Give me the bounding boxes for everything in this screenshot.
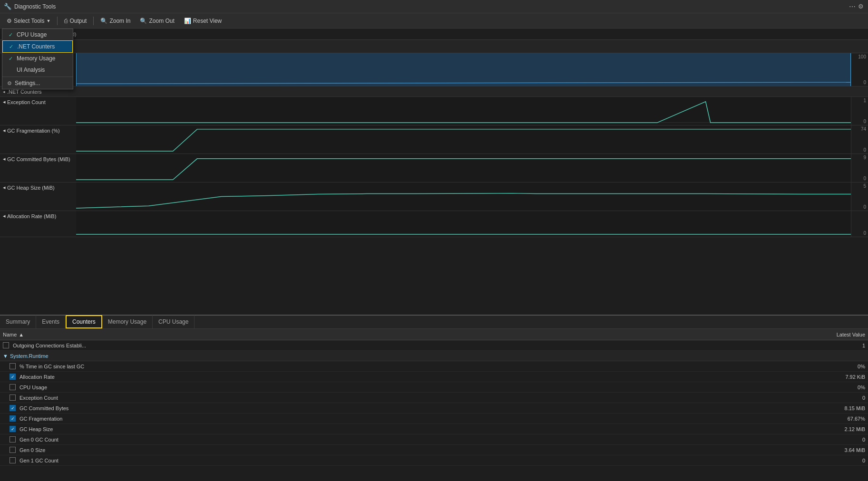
table-row-gc-committed-bytes[interactable]: GC Committed Bytes 8.15 MiB xyxy=(0,403,868,414)
table-row-exception-count[interactable]: Exception Count 0 xyxy=(0,393,868,403)
exception-count-section-title: ◂ Exception Count xyxy=(3,99,73,105)
outgoing-conn-checkbox[interactable] xyxy=(3,342,9,348)
gc-heap-size-row-label: GC Heap Size xyxy=(20,426,53,432)
gen0-gc-count-checkbox[interactable] xyxy=(10,436,16,443)
tab-cpu-usage[interactable]: CPU Usage xyxy=(153,315,195,328)
memory-y-max: 100 xyxy=(853,54,866,59)
allocation-rate-label: ◂ Allocation Rate (MiB) xyxy=(0,211,76,237)
cpu-usage-row-label: CPU Usage xyxy=(20,385,47,390)
gc-heap-size-row-value: 2.12 MiB xyxy=(811,426,868,432)
output-button[interactable]: ⎙ Output xyxy=(60,16,90,26)
tab-memory-usage[interactable]: Memory Usage xyxy=(102,315,153,328)
zoom-out-label: Zoom Out xyxy=(149,18,174,24)
title-bar-icon: 🔧 xyxy=(4,3,11,10)
system-runtime-group[interactable]: ▼ System.Runtime xyxy=(0,351,868,361)
allocation-rate-chart-row: ◂ Allocation Rate (MiB) 0 xyxy=(0,211,868,237)
table-row-gc-fragmentation[interactable]: GC Fragmentation 67.67% xyxy=(0,414,868,424)
session-bar: 39 minutes (1:39 min selected) xyxy=(0,29,868,40)
time-in-gc-value: 0% xyxy=(811,364,868,369)
name-column-header[interactable]: Name ▲ xyxy=(0,332,811,337)
gc-fragmentation-checkbox[interactable] xyxy=(10,415,16,422)
dropdown-item-memory-usage[interactable]: ✓ Memory Usage xyxy=(2,53,73,64)
memory-usage-check-icon: ✓ xyxy=(7,55,14,62)
time-in-gc-checkbox[interactable] xyxy=(10,363,16,369)
net-counters-section-header[interactable]: ◂ .NET Counters xyxy=(0,87,868,97)
exception-count-checkbox[interactable] xyxy=(10,394,16,401)
gc-heap-size-cell: GC Heap Size xyxy=(0,426,811,432)
exception-count-canvas[interactable] xyxy=(76,97,851,125)
cpu-usage-checkbox[interactable] xyxy=(10,384,16,390)
table-row-allocation-rate[interactable]: Allocation Rate 7.92 KiB xyxy=(0,372,868,382)
exception-count-row-label: Exception Count xyxy=(20,395,58,401)
zoom-in-button[interactable]: 🔍 Zoom In xyxy=(97,16,134,26)
dropdown-item-ui-analysis[interactable]: ✓ UI Analysis xyxy=(2,64,73,76)
allocation-rate-title: Allocation Rate (MiB) xyxy=(7,213,56,219)
table-row-outgoing-conn[interactable]: Outgoing Connections Establi... 1 xyxy=(0,340,868,351)
gear-icon: ⚙ xyxy=(7,18,12,24)
collapse-triangle-exception[interactable]: ◂ xyxy=(3,99,6,105)
dropdown-item-net-counters[interactable]: ✓ .NET Counters xyxy=(2,40,73,53)
toolbar-separator-2 xyxy=(93,17,94,25)
gen1-gc-count-checkbox[interactable] xyxy=(10,457,16,463)
dropdown-item-cpu-usage[interactable]: ✓ CPU Usage xyxy=(2,29,73,40)
gc-fragmentation-canvas[interactable] xyxy=(76,125,851,154)
time-in-gc-label: % Time in GC since last GC xyxy=(20,364,84,369)
net-counters-check-icon: ✓ xyxy=(8,43,14,50)
table-row-gen1-gc-count[interactable]: Gen 1 GC Count 0 xyxy=(0,455,868,466)
gc-heap-size-chart-row: ◂ GC Heap Size (MiB) 5 0 xyxy=(0,183,868,211)
net-counters-header-title: .NET Counters xyxy=(7,89,42,95)
collapse-triangle-gcheap[interactable]: ◂ xyxy=(3,184,6,191)
allocation-rate-canvas[interactable] xyxy=(76,211,851,237)
time-in-gc-cell: % Time in GC since last GC xyxy=(0,363,811,369)
gen0-gc-count-row-value: 0 xyxy=(811,437,868,443)
collapse-triangle-gccommit[interactable]: ◂ xyxy=(3,156,6,162)
outgoing-conn-value: 1 xyxy=(811,343,868,348)
bottom-panel: Summary Events Counters Memory Usage CPU… xyxy=(0,315,868,481)
gen1-gc-count-row-value: 0 xyxy=(811,458,868,463)
tab-counters[interactable]: Counters xyxy=(66,315,102,328)
allocation-rate-checkbox[interactable] xyxy=(10,374,16,380)
collapse-triangle-gcfrag[interactable]: ◂ xyxy=(3,127,6,134)
exception-count-label: ◂ Exception Count xyxy=(0,97,76,125)
gc-committed-bytes-canvas[interactable] xyxy=(76,154,851,182)
exception-count-cell: Exception Count xyxy=(0,394,811,401)
gc-fragmentation-cell: GC Fragmentation xyxy=(0,415,811,422)
memory-usage-canvas[interactable] xyxy=(76,53,851,86)
collapse-triangle-alloc[interactable]: ◂ xyxy=(3,213,6,219)
gen1-gc-count-row-label: Gen 1 GC Count xyxy=(20,458,59,463)
exception-count-svg xyxy=(76,97,851,125)
title-bar-title: Diagnostic Tools xyxy=(14,3,849,10)
table-row-gen0-gc-count[interactable]: Gen 0 GC Count 0 xyxy=(0,434,868,445)
collapse-triangle-net-counters: ◂ xyxy=(3,89,5,94)
counters-table: Name ▲ Latest Value Outgoing Connections… xyxy=(0,329,868,481)
tab-memory-usage-label: Memory Usage xyxy=(108,318,146,325)
gcfrag-y-min: 0 xyxy=(853,147,866,153)
zoom-out-button[interactable]: 🔍 Zoom Out xyxy=(136,16,178,26)
table-row-gc-heap-size[interactable]: GC Heap Size 2.12 MiB xyxy=(0,424,868,434)
table-row-cpu-usage[interactable]: CPU Usage 0% xyxy=(0,382,868,393)
gc-committed-bytes-svg xyxy=(76,154,851,182)
toolbar-separator-1 xyxy=(57,17,58,25)
dropdown-item-settings[interactable]: ⚙ Settings... xyxy=(2,77,73,89)
sort-asc-icon: ▲ xyxy=(19,332,24,337)
tab-summary[interactable]: Summary xyxy=(0,315,36,328)
exception-count-row-value: 0 xyxy=(811,395,868,401)
charts-area: 12.5s 25s 37.5s 50s 1:02.5min 1:15min 1:… xyxy=(0,40,868,315)
more-options-icon[interactable]: ⋯ xyxy=(849,3,856,10)
reset-view-button[interactable]: 📊 Reset View xyxy=(180,16,225,26)
cpu-usage-cell: CPU Usage xyxy=(0,384,811,390)
gc-committed-bytes-checkbox[interactable] xyxy=(10,405,16,411)
select-tools-button[interactable]: ⚙ Select Tools ▼ xyxy=(3,16,54,26)
tab-events[interactable]: Events xyxy=(36,315,66,328)
gc-heap-size-canvas[interactable] xyxy=(76,183,851,211)
memory-usage-y-axis: 100 0 xyxy=(851,53,868,86)
table-row-gen0-size[interactable]: Gen 0 Size 3.64 MiB xyxy=(0,445,868,455)
settings-icon[interactable]: ⚙ xyxy=(858,3,864,10)
gen0-size-checkbox[interactable] xyxy=(10,447,16,453)
tab-summary-label: Summary xyxy=(6,318,30,325)
value-column-header[interactable]: Latest Value xyxy=(811,332,868,337)
gc-heap-size-checkbox[interactable] xyxy=(10,426,16,432)
reset-view-label: Reset View xyxy=(193,18,222,24)
name-col-label: Name xyxy=(3,332,17,337)
table-row-time-in-gc[interactable]: % Time in GC since last GC 0% xyxy=(0,361,868,372)
